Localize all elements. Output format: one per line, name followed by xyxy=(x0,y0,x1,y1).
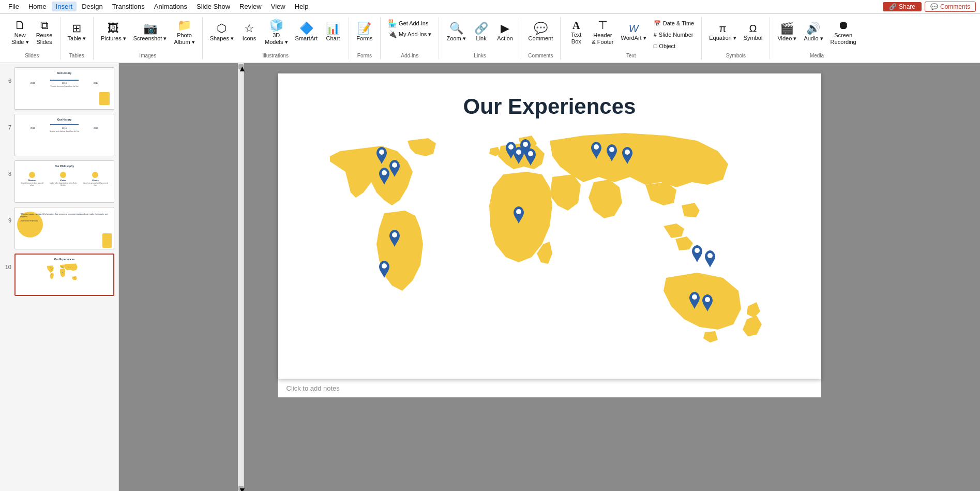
slide-img-7: Our History 2018 2016 2020 Neptune is th… xyxy=(14,114,114,156)
svg-point-21 xyxy=(516,150,521,155)
screen-recording-button[interactable]: ⏺ ScreenRecording xyxy=(827,18,860,47)
svg-point-4 xyxy=(62,266,62,267)
comments-button[interactable]: 💬 Comments xyxy=(925,2,976,12)
menu-design[interactable]: Design xyxy=(78,2,107,11)
get-addins-button[interactable]: 🏪 Get Add-ins xyxy=(385,18,434,28)
slide-10-map-preview xyxy=(45,262,84,287)
forms-label: Forms xyxy=(356,35,372,42)
menu-animations[interactable]: Animations xyxy=(150,2,191,11)
svg-point-6 xyxy=(62,267,62,267)
menu-slideshow[interactable]: Slide Show xyxy=(192,2,234,11)
slide-num-8: 8 xyxy=(4,160,11,177)
screenshot-button[interactable]: 📷 Screenshot ▾ xyxy=(130,18,170,47)
svg-point-17 xyxy=(392,232,397,237)
svg-point-10 xyxy=(70,267,70,267)
reuse-slides-button[interactable]: ⧉ ReuseSlides xyxy=(33,18,56,47)
svg-point-19 xyxy=(508,144,514,150)
slide-canvas[interactable]: Our Experiences xyxy=(278,73,821,379)
object-button[interactable]: □ Object xyxy=(651,41,698,51)
table-button[interactable]: ⊞ Table ▾ xyxy=(65,18,89,47)
slide-img-6: Our History 2018 2019 2014 Venus is the … xyxy=(14,67,114,110)
svg-point-2 xyxy=(51,270,52,270)
table-label: Table ▾ xyxy=(68,35,86,42)
video-button[interactable]: 🎬 Video ▾ xyxy=(774,18,800,47)
share-button[interactable]: 🔗 Share xyxy=(883,2,922,11)
tables-group-label: Tables xyxy=(69,53,84,58)
forms-button[interactable]: 📝 Forms xyxy=(353,18,376,47)
media-group-label: Media xyxy=(810,53,824,58)
wordart-button[interactable]: W WordArt ▾ xyxy=(617,18,649,47)
icons-label: Icons xyxy=(243,35,256,42)
date-time-icon: 📅 xyxy=(654,20,661,27)
smartart-label: SmartArt xyxy=(295,35,318,42)
zoom-button[interactable]: 🔍 Zoom ▾ xyxy=(443,18,469,47)
slide-thumb-9[interactable]: 9 "This is a quote, words full of wisdom… xyxy=(3,206,115,250)
svg-point-29 xyxy=(692,294,697,300)
svg-point-30 xyxy=(705,297,710,302)
photo-album-label: PhotoAlbum ▾ xyxy=(174,32,194,46)
symbols-group-label: Symbols xyxy=(726,53,746,58)
link-button[interactable]: 🔗 Link xyxy=(470,18,493,47)
new-slide-button[interactable]: 🗋 NewSlide ▾ xyxy=(8,18,32,47)
object-label: Object xyxy=(659,43,675,49)
slide-thumb-6[interactable]: 6 Our History 2018 2019 2014 Venus is th… xyxy=(3,66,115,111)
menu-help[interactable]: Help xyxy=(291,2,313,11)
slide-thumb-10[interactable]: 10 Our Experiences xyxy=(3,252,115,297)
menu-file[interactable]: File xyxy=(4,2,23,11)
ribbon: 🗋 NewSlide ▾ ⧉ ReuseSlides Slides ⊞ Tabl… xyxy=(0,14,980,63)
text-group-label: Text xyxy=(626,53,636,58)
svg-point-22 xyxy=(528,151,533,156)
menu-transitions[interactable]: Transitions xyxy=(108,2,149,11)
world-map-svg xyxy=(304,125,795,368)
svg-point-5 xyxy=(63,266,63,266)
text-box-icon: A xyxy=(572,20,580,31)
slide-thumb-7[interactable]: 7 Our History 2018 2016 2020 Neptune is … xyxy=(3,113,115,157)
pictures-button[interactable]: 🖼 Pictures ▾ xyxy=(98,18,129,47)
equation-button[interactable]: π Equation ▾ xyxy=(706,18,739,47)
shapes-button[interactable]: ⬡ Shapes ▾ xyxy=(207,18,237,47)
smartart-button[interactable]: 🔷 SmartArt xyxy=(292,18,321,47)
symbol-button[interactable]: Ω Symbol xyxy=(741,18,766,47)
menu-insert[interactable]: Insert xyxy=(52,2,77,11)
svg-point-18 xyxy=(382,263,387,269)
3d-models-button[interactable]: 🧊 3DModels ▾ xyxy=(262,18,291,47)
photo-album-button[interactable]: 📁 PhotoAlbum ▾ xyxy=(171,18,198,47)
notes-area[interactable]: Click to add notes xyxy=(278,379,821,397)
ribbon-group-forms: 📝 Forms Forms xyxy=(349,17,381,59)
ribbon-group-images: 🖼 Pictures ▾ 📷 Screenshot ▾ 📁 PhotoAlbum… xyxy=(94,17,203,59)
svg-point-8 xyxy=(62,272,63,273)
menu-view[interactable]: View xyxy=(267,2,290,11)
svg-point-16 xyxy=(382,170,387,175)
audio-button[interactable]: 🔊 Audio ▾ xyxy=(801,18,826,47)
symbol-label: Symbol xyxy=(744,35,763,41)
svg-point-26 xyxy=(625,150,630,155)
slide-number-button[interactable]: # Slide Number xyxy=(651,29,698,40)
my-addins-button[interactable]: 🔌 My Add-ins ▾ xyxy=(385,29,434,39)
svg-point-24 xyxy=(594,144,599,150)
slide-img-10: Our Experiences xyxy=(14,254,114,296)
ribbon-group-addins: 🏪 Get Add-ins 🔌 My Add-ins ▾ Add-ins xyxy=(381,17,439,59)
reuse-slides-icon: ⧉ xyxy=(40,20,49,31)
header-footer-button[interactable]: ⊤ Header& Footer xyxy=(589,18,616,47)
text-box-button[interactable]: A TextBox xyxy=(565,18,587,47)
date-time-label: Date & Time xyxy=(663,20,695,26)
scroll-up-button[interactable]: ▲ xyxy=(238,64,244,69)
new-slide-icon: 🗋 xyxy=(14,20,26,31)
icons-button[interactable]: ☆ Icons xyxy=(238,18,261,47)
svg-point-28 xyxy=(707,253,713,258)
chart-button[interactable]: 📊 Chart xyxy=(322,18,344,47)
scroll-down-button[interactable]: ▼ xyxy=(238,486,244,491)
forms-icon: 📝 xyxy=(357,23,371,34)
comment-button[interactable]: 💬 Comment xyxy=(525,18,556,47)
slide-thumb-8[interactable]: 8 Our Philosophy Mission Despite being r… xyxy=(3,159,115,204)
action-label: Action xyxy=(497,35,513,42)
ribbon-group-media: 🎬 Video ▾ 🔊 Audio ▾ ⏺ ScreenRecording Me… xyxy=(770,17,863,59)
date-time-button[interactable]: 📅 Date & Time xyxy=(651,18,698,28)
shapes-icon: ⬡ xyxy=(217,23,227,34)
menu-review[interactable]: Review xyxy=(235,2,266,11)
forms-group-label: Forms xyxy=(357,53,372,58)
illustrations-group-label: Illustrations xyxy=(263,53,289,58)
action-button[interactable]: ▶ Action xyxy=(494,18,517,47)
menu-home[interactable]: Home xyxy=(24,2,51,11)
my-addins-label: My Add-ins ▾ xyxy=(399,31,431,38)
